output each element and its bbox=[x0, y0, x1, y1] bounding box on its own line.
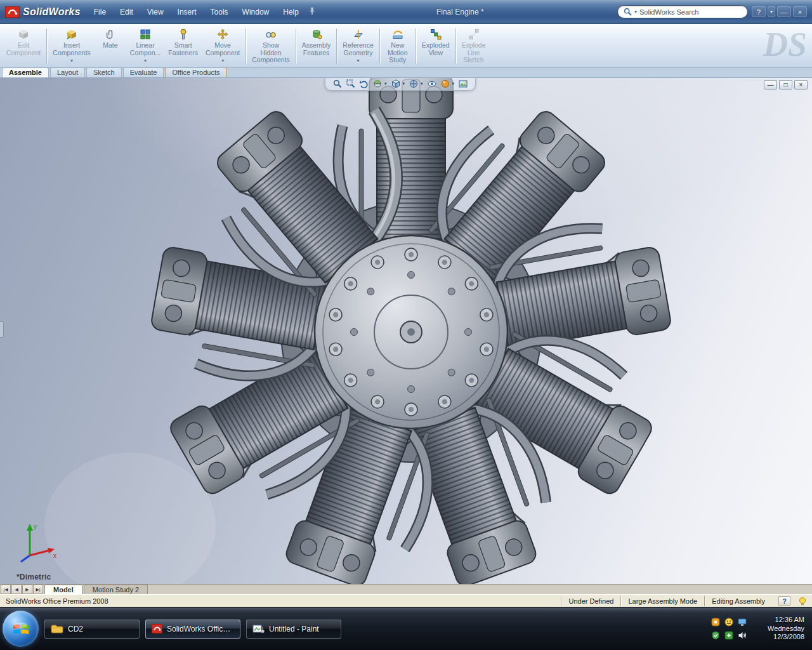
tab-evaluate[interactable]: Evaluate bbox=[123, 67, 164, 77]
clock-date: 12/3/2008 bbox=[757, 633, 804, 642]
show-hidden-components-button[interactable]: Show Hidden Components bbox=[248, 26, 294, 67]
assembly-features-button[interactable]: Assembly Features bbox=[298, 26, 335, 67]
viewport-close-button[interactable]: × bbox=[794, 80, 808, 90]
help-button[interactable]: ? bbox=[752, 6, 766, 17]
search-input[interactable]: SolidWorks Search bbox=[639, 8, 742, 16]
help-chevron-down-icon[interactable]: ▾ bbox=[768, 6, 775, 17]
taskbar-item-cd2[interactable]: CD2 bbox=[44, 620, 140, 639]
edit-component-button: Edit Component bbox=[3, 26, 44, 67]
paint-icon bbox=[252, 624, 265, 634]
model-tab-bar: |◀ ◀ ▶ ▶| Model Motion Study 2 bbox=[0, 584, 812, 594]
close-button[interactable]: × bbox=[793, 6, 807, 17]
minimize-button[interactable]: — bbox=[777, 6, 791, 17]
status-product-text: SolidWorks Office Premium 2008 bbox=[3, 597, 108, 605]
svg-text:y: y bbox=[34, 523, 37, 530]
solidworks-taskbar-icon bbox=[152, 624, 162, 633]
engine-model bbox=[0, 78, 812, 584]
toolbar-separator bbox=[379, 29, 380, 63]
explode-line-sketch-icon bbox=[468, 28, 480, 41]
orientation-triad: y x bbox=[13, 519, 60, 563]
new-motion-study-button[interactable]: New Motion Study bbox=[382, 26, 414, 67]
search-chevron-down-icon[interactable]: ▾ bbox=[634, 9, 637, 15]
move-component-icon bbox=[217, 28, 228, 41]
chevron-down-icon[interactable]: ▾ bbox=[221, 57, 224, 65]
previous-tab-button[interactable]: ◀ bbox=[11, 585, 22, 594]
previous-view-icon[interactable] bbox=[360, 79, 369, 88]
toolbar-separator bbox=[455, 29, 456, 63]
exploded-view-icon bbox=[430, 28, 442, 41]
chevron-down-icon[interactable]: ▾ bbox=[384, 81, 387, 86]
pane-splitter-handle[interactable] bbox=[0, 321, 4, 338]
quick-tips-help-button[interactable]: ? bbox=[778, 596, 790, 606]
tab-office-products[interactable]: Office Products bbox=[165, 67, 226, 77]
reference-geometry-button[interactable]: Reference Geometry ▾ bbox=[339, 26, 377, 67]
assembly-features-icon bbox=[311, 28, 322, 41]
status-under-defined: Under Defined bbox=[561, 596, 620, 606]
tray-display-icon[interactable] bbox=[738, 618, 747, 627]
chevron-down-icon[interactable]: ▾ bbox=[144, 57, 147, 65]
tray-app-green-icon[interactable] bbox=[724, 631, 733, 640]
toolbar-separator bbox=[296, 29, 296, 63]
toolbar-separator bbox=[246, 29, 246, 63]
tab-assemble[interactable]: Assemble bbox=[2, 67, 49, 77]
menu-tools[interactable]: Tools bbox=[204, 5, 235, 19]
taskbar-clock[interactable]: 12:36 AM Wednesday 12/3/2008 bbox=[757, 616, 804, 642]
pin-menu-icon[interactable] bbox=[308, 6, 316, 18]
next-tab-button[interactable]: ▶ bbox=[22, 585, 32, 594]
tab-motion-study-2[interactable]: Motion Study 2 bbox=[84, 585, 148, 594]
viewport-window-controls: — □ × bbox=[764, 80, 808, 90]
taskbar-item-solidworks[interactable]: SolidWorks Office P... bbox=[145, 620, 240, 639]
hide-show-items-icon[interactable] bbox=[428, 79, 436, 88]
start-button[interactable] bbox=[3, 611, 39, 647]
viewport-restore-button[interactable]: □ bbox=[779, 80, 792, 90]
menu-edit[interactable]: Edit bbox=[113, 5, 140, 19]
taskbar-item-paint[interactable]: Untitled - Paint bbox=[246, 620, 341, 639]
first-tab-button[interactable]: |◀ bbox=[1, 585, 11, 594]
exploded-view-button[interactable]: Exploded View bbox=[418, 26, 454, 67]
menu-view[interactable]: View bbox=[140, 5, 171, 19]
menu-file[interactable]: File bbox=[87, 5, 113, 19]
chevron-down-icon[interactable]: ▾ bbox=[452, 81, 455, 86]
app-logo: SolidWorks bbox=[3, 6, 87, 18]
tab-model[interactable]: Model bbox=[44, 585, 82, 594]
linear-pattern-icon bbox=[140, 28, 151, 41]
tab-layout[interactable]: Layout bbox=[50, 67, 85, 77]
tab-sketch[interactable]: Sketch bbox=[86, 67, 122, 77]
zoom-fit-icon[interactable] bbox=[333, 79, 342, 88]
solidworks-logo-icon bbox=[5, 6, 20, 18]
tray-update-icon[interactable] bbox=[711, 618, 720, 627]
status-editing-assembly: Editing Assembly bbox=[704, 596, 772, 606]
menubar: File Edit View Insert Tools Window Help bbox=[87, 5, 316, 19]
last-tab-button[interactable]: ▶| bbox=[33, 585, 43, 594]
chevron-down-icon[interactable]: ▾ bbox=[421, 81, 423, 86]
menu-help[interactable]: Help bbox=[276, 5, 306, 19]
tray-smiley-icon[interactable] bbox=[724, 618, 733, 627]
command-toolbar: Edit Component Insert Components ▾ Mate … bbox=[0, 24, 812, 68]
linear-component-pattern-button[interactable]: Linear Compon... ▾ bbox=[126, 26, 164, 67]
section-view-icon[interactable] bbox=[373, 79, 382, 88]
smart-fasteners-button[interactable]: Smart Fasteners bbox=[164, 26, 202, 67]
view-orientation-icon[interactable] bbox=[391, 79, 400, 88]
tray-shield-icon[interactable] bbox=[711, 631, 720, 640]
appearance-icon[interactable] bbox=[441, 79, 450, 88]
viewport-minimize-button[interactable]: — bbox=[764, 80, 777, 90]
scene-icon[interactable] bbox=[459, 79, 468, 88]
graphics-area[interactable]: ▾ ▾ ▾ ▾ — □ × y x *Dimetric bbox=[0, 78, 812, 584]
document-title: Final Engine * bbox=[436, 8, 484, 17]
chevron-down-icon[interactable]: ▾ bbox=[70, 57, 73, 65]
display-style-icon[interactable] bbox=[409, 79, 418, 88]
move-component-button[interactable]: Move Component ▾ bbox=[202, 26, 244, 67]
menu-insert[interactable]: Insert bbox=[171, 5, 204, 19]
status-bar: SolidWorks Office Premium 2008 Under Def… bbox=[0, 594, 812, 607]
quick-tips-icon[interactable] bbox=[798, 597, 807, 606]
reference-geometry-icon bbox=[353, 28, 364, 41]
chevron-down-icon[interactable]: ▾ bbox=[403, 81, 405, 86]
menu-window[interactable]: Window bbox=[235, 5, 277, 19]
tray-volume-icon[interactable] bbox=[738, 631, 747, 640]
zoom-area-icon[interactable] bbox=[346, 79, 355, 88]
chevron-down-icon[interactable]: ▾ bbox=[357, 57, 360, 65]
windows-taskbar: CD2 SolidWorks Office P... Untitled - Pa… bbox=[0, 607, 812, 650]
insert-components-button[interactable]: Insert Components ▾ bbox=[49, 26, 95, 67]
search-box[interactable]: ▾ SolidWorks Search bbox=[617, 5, 748, 18]
mate-button[interactable]: Mate bbox=[95, 26, 126, 67]
